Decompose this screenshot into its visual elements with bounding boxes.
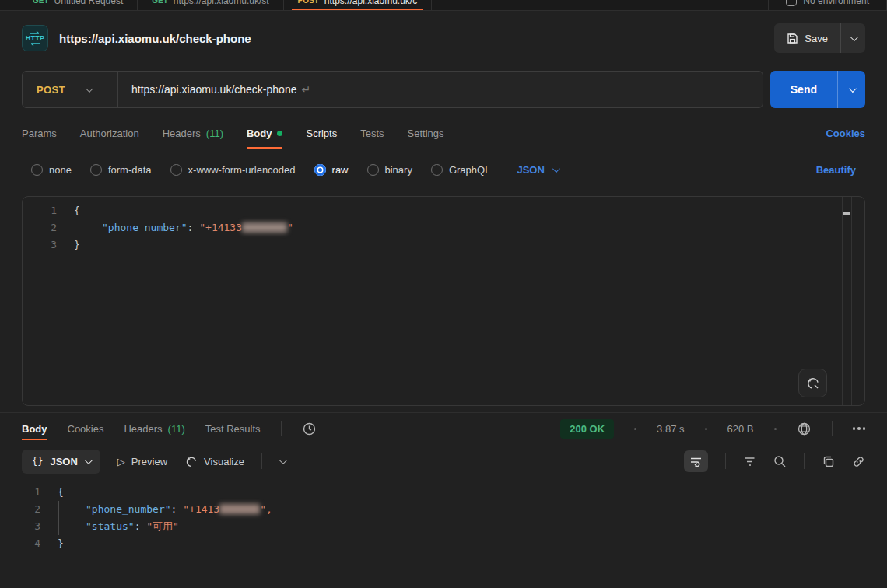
visualize-button[interactable]: Visualize xyxy=(184,455,244,468)
tab-authorization[interactable]: Authorization xyxy=(80,114,139,152)
radio-form-data[interactable]: form-data xyxy=(90,164,152,176)
response-tab-test-results[interactable]: Test Results xyxy=(205,413,261,444)
divider xyxy=(261,453,262,469)
visualize-sparkle-icon xyxy=(184,455,198,468)
line-number: 4 xyxy=(0,535,40,552)
radio-label: binary xyxy=(385,164,412,176)
request-tab-active[interactable]: POST https://api.xiaomu.uk/c xyxy=(284,0,432,10)
history-icon[interactable] xyxy=(302,422,317,436)
chevron-down-icon xyxy=(849,85,857,93)
tab-label: Untitled Request xyxy=(54,0,124,6)
tab-scripts[interactable]: Scripts xyxy=(306,114,337,152)
filter-icon[interactable] xyxy=(743,456,756,467)
response-tab-cookies[interactable]: Cookies xyxy=(68,413,104,444)
tab-tests[interactable]: Tests xyxy=(360,114,384,152)
request-header: HTTP https://api.xiaomu.uk/check-phone S… xyxy=(0,11,887,65)
headers-count: (11) xyxy=(168,423,185,435)
workspace-tab-strip: GET Untitled Request GET https://api.xia… xyxy=(0,0,887,11)
save-button-label: Save xyxy=(805,33,828,44)
method-dropdown[interactable]: POST xyxy=(23,84,117,96)
indent-guide xyxy=(58,501,59,518)
tab-label: https://api.xiaomu.uk/c xyxy=(324,0,417,6)
json-value: ", xyxy=(260,503,272,515)
radio-icon xyxy=(367,164,379,176)
link-icon[interactable] xyxy=(852,455,865,468)
line-number: 3 xyxy=(23,236,57,254)
visualize-options-chevron[interactable] xyxy=(279,459,285,464)
tab-label: Tests xyxy=(360,128,384,139)
line-number: 3 xyxy=(0,518,40,535)
line-number: 2 xyxy=(0,501,40,518)
request-tab-untitled[interactable]: GET Untitled Request xyxy=(19,0,137,10)
tab-body[interactable]: Body xyxy=(247,114,283,152)
send-split-button: Send xyxy=(770,71,865,108)
separator-dot xyxy=(634,428,636,430)
json-value: "可用" xyxy=(146,520,179,532)
separator-dot xyxy=(774,428,777,430)
radio-urlencoded[interactable]: x-www-form-urlencoded xyxy=(170,164,296,176)
code-token: : xyxy=(188,222,200,233)
response-tab-body[interactable]: Body xyxy=(22,413,47,444)
radio-raw[interactable]: raw xyxy=(314,164,349,176)
tab-params[interactable]: Params xyxy=(22,114,57,152)
play-icon: ▷ xyxy=(117,456,125,467)
modified-dot-icon xyxy=(277,131,282,136)
response-tab-headers[interactable]: Headers (11) xyxy=(124,413,184,444)
cookies-link[interactable]: Cookies xyxy=(826,128,865,139)
radio-binary[interactable]: binary xyxy=(367,164,412,176)
postbot-button[interactable] xyxy=(798,369,827,397)
url-input[interactable]: https://api.xiaomu.uk/check-phone↵ xyxy=(118,83,310,96)
scrollbar-thumb[interactable] xyxy=(843,212,850,215)
language-dropdown[interactable]: JSON xyxy=(517,164,557,176)
response-time[interactable]: 3.87 s xyxy=(657,423,684,435)
preview-button[interactable]: ▷ Preview xyxy=(117,456,167,467)
request-tab-2[interactable]: GET https://api.xiaomu.uk/st xyxy=(138,0,282,10)
method-dropdown-label: POST xyxy=(37,84,65,96)
return-key-glyph: ↵ xyxy=(301,83,310,96)
separator-dot xyxy=(705,428,707,430)
response-body-viewer[interactable]: 1 { 2 "phone_number": "+1413", 3 "status… xyxy=(0,478,887,552)
code-line: 3 "status": "可用" xyxy=(0,518,887,535)
code-token: } xyxy=(58,537,64,549)
send-button[interactable]: Send xyxy=(770,71,837,108)
save-split-button: Save xyxy=(774,23,865,53)
editor-scrollbar[interactable] xyxy=(842,197,852,405)
response-format-dropdown[interactable]: {} JSON xyxy=(22,450,100,474)
tab-label: Body xyxy=(247,128,272,139)
code-line: 1 { xyxy=(0,484,887,501)
preview-label: Preview xyxy=(131,456,167,467)
chevron-down-icon xyxy=(85,457,93,464)
response-tabs: Body Cookies Headers (11) Test Results 2… xyxy=(0,413,887,444)
environment-icon xyxy=(786,0,797,6)
indent-guide xyxy=(58,518,59,535)
network-globe-icon[interactable] xyxy=(797,422,812,436)
save-icon xyxy=(787,33,798,44)
word-wrap-button[interactable] xyxy=(684,450,708,472)
environment-selector[interactable]: No environment xyxy=(769,0,886,10)
divider xyxy=(832,421,833,436)
response-size[interactable]: 620 B xyxy=(727,423,754,435)
response-toolbar: {} JSON ▷ Preview Visualize xyxy=(0,444,887,478)
line-number: 1 xyxy=(23,202,57,219)
radio-none[interactable]: none xyxy=(31,164,72,176)
redacted-phone-number xyxy=(219,504,260,514)
copy-icon[interactable] xyxy=(822,455,835,468)
environment-label: No environment xyxy=(803,0,869,6)
send-options-button[interactable] xyxy=(837,71,865,108)
http-request-icon: HTTP xyxy=(22,25,48,51)
more-options-icon[interactable] xyxy=(853,427,866,430)
json-key: "status" xyxy=(86,520,135,532)
radio-icon xyxy=(31,164,43,176)
code-line: 1 { xyxy=(23,202,864,219)
status-badge[interactable]: 200 OK xyxy=(560,419,614,439)
request-body-editor[interactable]: 1 { 2 "phone_number": "+14133" 3 } xyxy=(22,196,865,406)
tab-settings[interactable]: Settings xyxy=(408,114,444,152)
save-options-button[interactable] xyxy=(840,23,865,53)
json-key: "phone_number" xyxy=(86,503,171,515)
radio-graphql[interactable]: GraphQL xyxy=(431,164,490,176)
chevron-down-icon xyxy=(86,85,93,93)
beautify-link[interactable]: Beautify xyxy=(816,164,856,176)
save-button[interactable]: Save xyxy=(774,23,840,53)
tab-headers[interactable]: Headers (11) xyxy=(163,114,223,152)
search-icon[interactable] xyxy=(773,455,787,468)
